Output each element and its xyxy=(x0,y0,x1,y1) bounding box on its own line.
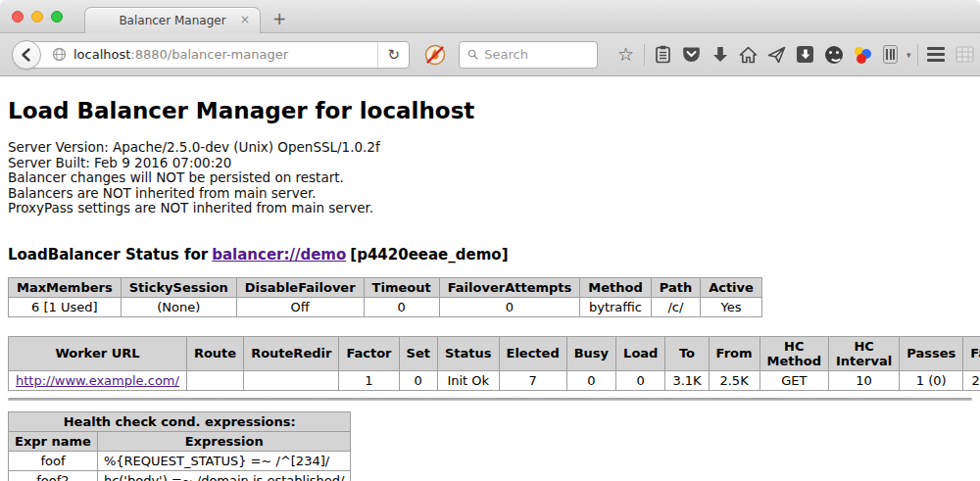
worker-data-row: http://www.example.com/ 1 0 Init Ok 7 0 … xyxy=(9,370,980,390)
column-header: Method xyxy=(580,277,651,297)
balloons-icon[interactable] xyxy=(853,45,872,65)
column-header: HC Method xyxy=(760,336,828,370)
expression-cell: hc('body') =~ /domain is established/ xyxy=(97,470,351,481)
search-box[interactable] xyxy=(459,41,598,69)
balancer-settings-table: MaxMembersStickySessionDisableFailoverTi… xyxy=(8,277,762,317)
toolbar-divider xyxy=(917,44,918,66)
column-header: From xyxy=(709,336,760,370)
column-header: RouteRedir xyxy=(244,336,339,370)
back-button[interactable] xyxy=(12,40,41,70)
fails-cell: 2 (0) xyxy=(963,370,980,390)
health-header-row: Expr name Expression xyxy=(9,431,351,451)
tab-close-icon[interactable]: × xyxy=(240,14,250,25)
table-cell: /c/ xyxy=(651,297,700,316)
globe-icon xyxy=(52,47,67,62)
worker-url-cell: http://www.example.com/ xyxy=(9,370,187,390)
status-suffix: [p4420eeae_demo] xyxy=(350,246,508,264)
url-text[interactable]: localhost:8880/balancer-manager xyxy=(74,47,377,62)
server-built-line: Server Built: Feb 9 2016 07:00:20 xyxy=(8,156,972,171)
apps-grid-icon[interactable] xyxy=(955,44,974,66)
worker-url-link[interactable]: http://www.example.com/ xyxy=(16,373,179,388)
minimize-window-icon[interactable] xyxy=(31,11,43,23)
column-header: MaxMembers xyxy=(9,277,122,297)
worker-table: Worker URLRouteRouteRedirFactorSetStatus… xyxy=(8,336,980,391)
set-cell: 0 xyxy=(399,370,437,390)
firebug-disabled-icon[interactable] xyxy=(423,43,447,67)
page-title: Load Balancer Manager for localhost xyxy=(8,76,972,123)
toolbar-divider xyxy=(644,44,645,66)
status-cell: Init Ok xyxy=(437,370,499,390)
video-download-icon[interactable] xyxy=(796,44,815,66)
table-cell: bytraffic xyxy=(580,297,651,316)
horizontal-rule xyxy=(8,398,972,401)
column-header: FailoverAttempts xyxy=(439,277,580,297)
page-content: Load Balancer Manager for localhost Serv… xyxy=(0,76,980,481)
passes-cell: 1 (0) xyxy=(900,370,963,390)
chat-smiley-icon[interactable] xyxy=(824,44,844,66)
expr-name-header: Expr name xyxy=(9,431,98,451)
dropdown-caret-icon[interactable]: ▾ xyxy=(906,50,911,60)
route-cell xyxy=(186,370,243,390)
send-plane-icon[interactable] xyxy=(767,44,787,66)
close-window-icon[interactable] xyxy=(12,11,24,23)
column-header: Fails xyxy=(963,336,980,370)
tab-bar: Balancer Manager × + xyxy=(0,0,980,33)
expression-cell: %{REQUEST_STATUS} =~ /^[234]/ xyxy=(97,451,351,470)
from-cell: 2.5K xyxy=(709,370,760,390)
routeredir-cell xyxy=(244,370,339,390)
new-tab-button[interactable]: + xyxy=(272,9,286,28)
column-header: Set xyxy=(399,336,437,370)
toolbar-icons: ☆ xyxy=(612,44,979,66)
bookmark-star-icon[interactable]: ☆ xyxy=(616,44,636,66)
to-cell: 3.1K xyxy=(665,370,709,390)
column-header: Elected xyxy=(499,336,566,370)
server-info: Server Version: Apache/2.5.0-dev (Unix) … xyxy=(8,140,972,216)
archive-icon[interactable] xyxy=(881,44,901,66)
table-cell: 6 [1 Used] xyxy=(9,297,122,316)
url-bar[interactable]: localhost:8880/balancer-manager ↻ xyxy=(25,41,410,69)
table-cell: 0 xyxy=(364,297,439,316)
expr-name-cell: foof xyxy=(9,451,98,470)
table-cell: 0 xyxy=(439,297,580,316)
column-header: Active xyxy=(701,277,762,297)
url-path: :8880/balancer-manager xyxy=(130,47,288,62)
tab-title: Balancer Manager xyxy=(119,14,225,27)
factor-cell: 1 xyxy=(339,370,399,390)
clipboard-icon[interactable] xyxy=(654,44,673,66)
health-table-title: Health check cond. expressions: xyxy=(9,411,351,431)
expr-name-cell: foof2 xyxy=(9,470,98,481)
loadbalancer-status-heading: LoadBalancer Status forbalancer://demo[p… xyxy=(8,246,972,264)
zoom-window-icon[interactable] xyxy=(51,11,63,23)
busy-cell: 0 xyxy=(566,370,615,390)
download-icon[interactable] xyxy=(710,44,730,66)
expression-header: Expression xyxy=(97,431,351,451)
balancers-warning-line: Balancers are NOT inherited from main se… xyxy=(8,186,972,202)
column-header: Path xyxy=(651,277,700,297)
tab-balancer-manager[interactable]: Balancer Manager × xyxy=(84,7,261,33)
pocket-icon[interactable] xyxy=(682,44,702,66)
url-host: localhost xyxy=(74,47,130,62)
worker-header-row: Worker URLRouteRouteRedirFactorSetStatus… xyxy=(9,336,980,370)
column-header: Worker URL xyxy=(9,336,187,370)
balancer-demo-link[interactable]: balancer://demo xyxy=(212,246,346,264)
home-icon[interactable] xyxy=(739,44,759,66)
proxypass-warning-line: ProxyPass settings are NOT inherited fro… xyxy=(8,201,972,216)
health-row-foof: foof %{REQUEST_STATUS} =~ /^[234]/ xyxy=(9,451,351,470)
balancer-data-row: 6 [1 Used](None)Off00bytraffic/c/Yes xyxy=(9,297,762,316)
server-version-line: Server Version: Apache/2.5.0-dev (Unix) … xyxy=(8,140,972,156)
hc-interval-cell: 10 xyxy=(828,370,899,390)
persist-warning-line: Balancer changes will NOT be persisted o… xyxy=(8,170,972,186)
column-header: Busy xyxy=(566,336,615,370)
column-header: Passes xyxy=(900,336,963,370)
elected-cell: 7 xyxy=(499,370,566,390)
browser-window: Balancer Manager × + localhost:8880/bala… xyxy=(0,0,980,481)
load-cell: 0 xyxy=(616,370,665,390)
column-header: StickySession xyxy=(121,277,236,297)
search-input[interactable] xyxy=(484,47,589,62)
column-header: Status xyxy=(437,336,499,370)
table-cell: Yes xyxy=(701,297,762,316)
reload-button[interactable]: ↻ xyxy=(377,42,409,68)
menu-icon[interactable] xyxy=(926,44,946,66)
window-controls xyxy=(12,11,63,23)
column-header: Factor xyxy=(339,336,399,370)
